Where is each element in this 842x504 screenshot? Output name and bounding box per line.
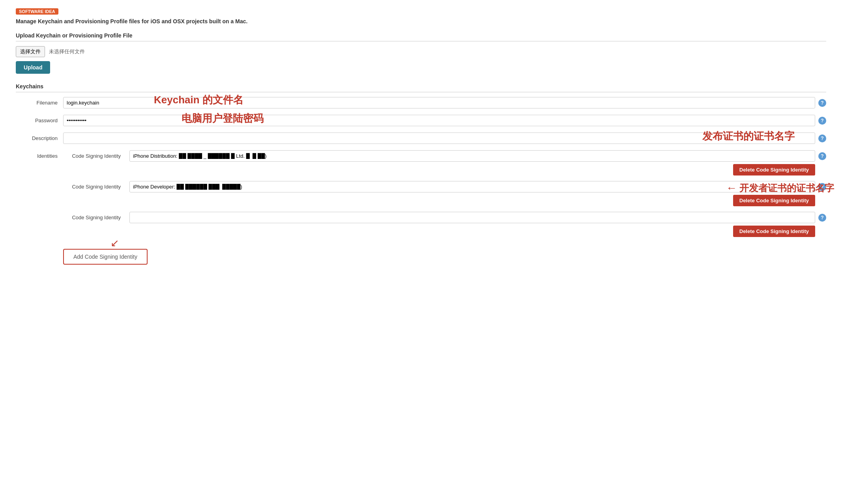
- identity-help-icon-2[interactable]: ?: [818, 183, 826, 191]
- description-input[interactable]: [63, 133, 815, 144]
- upload-section-title: Upload Keychain or Provisioning Profile …: [16, 32, 826, 41]
- identity-input-3[interactable]: [129, 212, 815, 223]
- identity-label-1: Code Signing Identity: [63, 153, 126, 159]
- delete-identity-button-2[interactable]: Delete Code Signing Identity: [733, 195, 815, 206]
- identity-input-2[interactable]: [129, 181, 815, 192]
- password-label: Password: [16, 115, 63, 123]
- description-field: ?: [63, 133, 826, 144]
- password-row: Password ?: [16, 115, 826, 126]
- upload-button[interactable]: Upload: [16, 61, 50, 74]
- password-input[interactable]: [63, 115, 815, 126]
- filename-input[interactable]: [63, 97, 815, 108]
- identities-label: Identities: [16, 150, 63, 159]
- add-btn-area: ↙ Add Code Signing Identity: [16, 249, 826, 265]
- identities-row: Identities Code Signing Identity ? Delet…: [16, 150, 826, 243]
- choose-file-button[interactable]: 选择文件: [16, 46, 45, 57]
- filename-row: Filename ?: [16, 97, 826, 108]
- description-help-icon[interactable]: ?: [818, 134, 826, 142]
- identity-field-row-1: Code Signing Identity ?: [63, 150, 826, 162]
- identity-row-2-wrapper: Code Signing Identity ? Delete Code Sign…: [63, 181, 826, 206]
- file-input-area: 选择文件 未选择任何文件: [16, 46, 826, 57]
- upload-section: Upload Keychain or Provisioning Profile …: [16, 32, 826, 74]
- add-code-signing-identity-button[interactable]: Add Code Signing Identity: [63, 249, 148, 265]
- filename-help-icon[interactable]: ?: [818, 99, 826, 107]
- filename-label: Filename: [16, 97, 63, 106]
- delete-btn-row-3: Delete Code Signing Identity: [63, 226, 826, 237]
- delete-btn-row-2: Delete Code Signing Identity: [63, 195, 826, 206]
- no-file-text: 未选择任何文件: [49, 48, 85, 55]
- page-description: Manage Keychain and Provisioning Profile…: [16, 18, 826, 24]
- identities-container: Code Signing Identity ? Delete Code Sign…: [63, 150, 826, 243]
- identity-field-row-3: Code Signing Identity ?: [63, 212, 826, 223]
- identity-row-2: Code Signing Identity ? Delete Code Sign…: [63, 181, 826, 206]
- identity-input-1[interactable]: [129, 150, 815, 162]
- keychains-section: Keychains Filename ? Keychain 的文件名 Passw…: [16, 83, 826, 265]
- password-field: ?: [63, 115, 826, 126]
- delete-identity-button-1[interactable]: Delete Code Signing Identity: [733, 164, 815, 175]
- identity-label-3: Code Signing Identity: [63, 215, 126, 220]
- identity-row-1: Code Signing Identity ? Delete Code Sign…: [63, 150, 826, 175]
- identity-help-icon-1[interactable]: ?: [818, 152, 826, 160]
- description-label: Description: [16, 133, 63, 141]
- delete-btn-row-1: Delete Code Signing Identity: [63, 164, 826, 175]
- identity-field-row-2: Code Signing Identity ?: [63, 181, 826, 192]
- identity-help-icon-3[interactable]: ?: [818, 214, 826, 222]
- description-row: Description ?: [16, 133, 826, 144]
- password-help-icon[interactable]: ?: [818, 117, 826, 125]
- identity-row-3: Code Signing Identity ? Delete Code Sign…: [63, 212, 826, 237]
- identity-label-2: Code Signing Identity: [63, 184, 126, 190]
- logo: SOFTWARE IDEA: [16, 8, 826, 14]
- filename-field: ?: [63, 97, 826, 108]
- delete-identity-button-3[interactable]: Delete Code Signing Identity: [733, 226, 815, 237]
- keychains-title: Keychains: [16, 83, 826, 92]
